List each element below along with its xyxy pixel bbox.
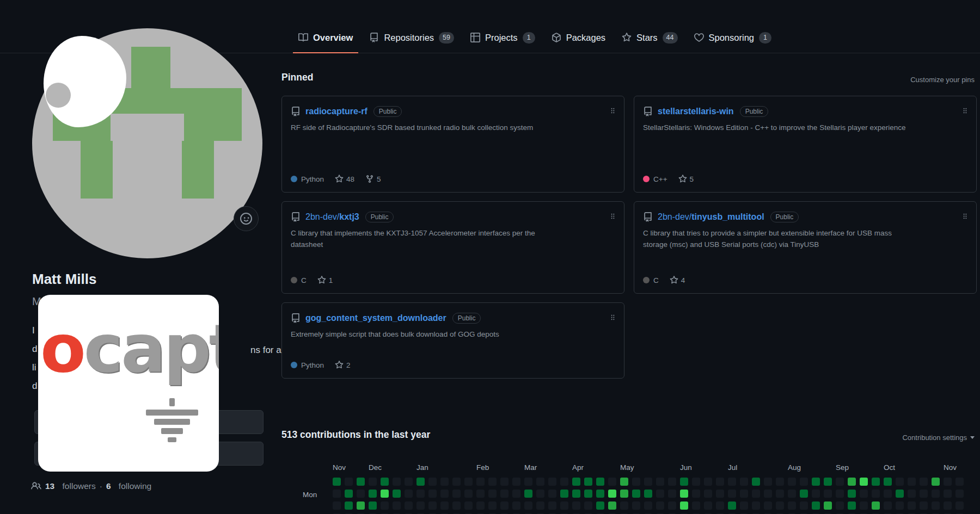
contribution-cell[interactable] (776, 501, 784, 510)
contribution-cell[interactable] (345, 501, 353, 510)
contribution-cell[interactable] (764, 490, 772, 498)
contribution-cell[interactable] (872, 478, 880, 486)
contribution-cell[interactable] (896, 490, 904, 498)
tab-packages[interactable]: Packages (546, 23, 611, 53)
contribution-cell[interactable] (608, 478, 616, 486)
contribution-cell[interactable] (369, 501, 377, 510)
contribution-cell[interactable] (452, 490, 461, 498)
contribution-cell[interactable] (692, 478, 700, 486)
contribution-cell[interactable] (848, 478, 856, 486)
tab-overview[interactable]: Overview (293, 23, 358, 53)
contribution-cell[interactable] (464, 490, 473, 498)
contribution-cell[interactable] (776, 478, 784, 486)
contribution-cell[interactable] (405, 490, 413, 498)
contribution-cell[interactable] (560, 490, 568, 498)
contribution-cell[interactable] (632, 501, 640, 510)
contribution-cell[interactable] (620, 501, 628, 510)
tab-stars[interactable]: Stars44 (616, 23, 683, 53)
forks-count[interactable]: 5 (365, 175, 381, 183)
contribution-cell[interactable] (560, 478, 568, 486)
contribution-cell[interactable] (908, 478, 916, 486)
contribution-cell[interactable] (381, 501, 389, 510)
contribution-cell[interactable] (500, 501, 509, 510)
contribution-cell[interactable] (333, 490, 341, 498)
contribution-cell[interactable] (884, 501, 892, 510)
contribution-cell[interactable] (476, 490, 485, 498)
contribution-cell[interactable] (932, 478, 940, 486)
contribution-cell[interactable] (728, 501, 736, 510)
contribution-cell[interactable] (548, 501, 556, 510)
contribution-cell[interactable] (440, 501, 449, 510)
contribution-cell[interactable] (452, 478, 461, 486)
contribution-cell[interactable] (656, 478, 664, 486)
contribution-cell[interactable] (596, 501, 604, 510)
contribution-cell[interactable] (836, 501, 844, 510)
contribution-cell[interactable] (896, 501, 904, 510)
contribution-cell[interactable] (716, 501, 724, 510)
stars-count[interactable]: 4 (670, 276, 685, 284)
set-status-button[interactable] (234, 206, 259, 231)
contribution-cell[interactable] (345, 490, 353, 498)
contribution-cell[interactable] (357, 501, 365, 510)
contribution-cell[interactable] (896, 478, 904, 486)
repo-link[interactable]: 2bn-dev/tinyusb_multitool (658, 212, 764, 222)
contribution-cell[interactable] (884, 490, 892, 498)
contribution-cell[interactable] (752, 501, 760, 510)
contribution-cell[interactable] (440, 478, 449, 486)
contribution-cell[interactable] (405, 501, 413, 510)
contribution-cell[interactable] (464, 478, 473, 486)
contribution-cell[interactable] (524, 478, 532, 486)
contribution-cell[interactable] (333, 478, 341, 486)
contribution-cell[interactable] (357, 478, 365, 486)
stars-count[interactable]: 2 (335, 361, 351, 369)
stars-count[interactable]: 48 (335, 175, 354, 183)
contribution-cell[interactable] (656, 501, 664, 510)
contribution-cell[interactable] (584, 478, 592, 486)
contribution-cell[interactable] (704, 501, 712, 510)
contribution-cell[interactable] (728, 478, 736, 486)
contribution-cell[interactable] (464, 501, 473, 510)
contribution-cell[interactable] (920, 490, 928, 498)
followers-link[interactable]: 13 followers (45, 481, 96, 491)
contribution-cell[interactable] (680, 501, 688, 510)
contribution-cell[interactable] (944, 478, 952, 486)
contribution-cell[interactable] (776, 490, 784, 498)
contribution-cell[interactable] (872, 490, 880, 498)
contribution-cell[interactable] (692, 501, 700, 510)
drag-handle[interactable] (609, 313, 617, 321)
contribution-cell[interactable] (955, 501, 964, 510)
repo-link[interactable]: gog_content_system_downloader (305, 313, 446, 323)
contribution-cell[interactable] (668, 501, 676, 510)
drag-handle[interactable] (961, 107, 969, 115)
contribution-cell[interactable] (668, 478, 676, 486)
contribution-cell[interactable] (632, 490, 640, 498)
contribution-cell[interactable] (536, 478, 544, 486)
contribution-cell[interactable] (560, 501, 568, 510)
contribution-cell[interactable] (800, 501, 808, 510)
contribution-cell[interactable] (596, 490, 604, 498)
contribution-cell[interactable] (848, 490, 856, 498)
contribution-cell[interactable] (740, 478, 748, 486)
contribution-cell[interactable] (524, 490, 532, 498)
contribution-cell[interactable] (824, 490, 832, 498)
contribution-cell[interactable] (512, 478, 520, 486)
contribution-cell[interactable] (476, 501, 485, 510)
repo-link[interactable]: radiocapture-rf (305, 107, 367, 116)
contribution-cell[interactable] (596, 478, 604, 486)
contribution-cell[interactable] (656, 490, 664, 498)
contribution-cell[interactable] (740, 490, 748, 498)
contribution-cell[interactable] (512, 490, 520, 498)
repo-link[interactable]: 2bn-dev/kxtj3 (305, 212, 359, 222)
contribution-cell[interactable] (393, 478, 401, 486)
stars-count[interactable]: 5 (678, 175, 694, 183)
contribution-cell[interactable] (345, 478, 353, 486)
customize-pins-link[interactable]: Customize your pins (910, 76, 975, 84)
contribution-cell[interactable] (740, 501, 748, 510)
contribution-cell[interactable] (393, 490, 401, 498)
tab-sponsoring[interactable]: Sponsoring1 (689, 23, 777, 53)
stars-count[interactable]: 1 (317, 276, 333, 284)
contribution-cell[interactable] (381, 490, 389, 498)
contribution-cell[interactable] (500, 490, 509, 498)
contribution-cell[interactable] (572, 490, 580, 498)
tab-projects[interactable]: Projects1 (465, 23, 541, 53)
